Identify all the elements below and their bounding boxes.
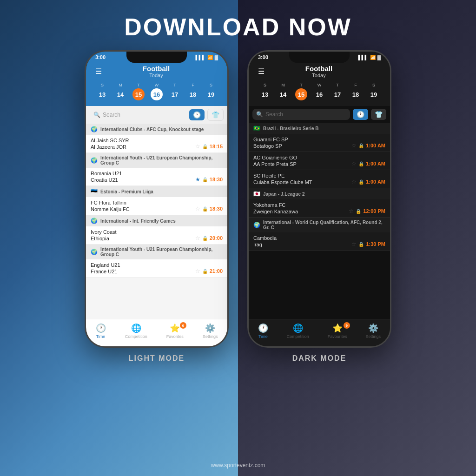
header-title-light: Football bbox=[104, 65, 209, 73]
search-placeholder-light: Search bbox=[103, 112, 183, 118]
league-flag-2-light: 🌍 bbox=[91, 157, 98, 164]
cal-selected-light[interactable]: W16 bbox=[150, 83, 164, 100]
calendar-dark: S13 M14 T15 W16 T17 F18 S19 bbox=[256, 80, 383, 102]
signal-light: ▌▌▌ bbox=[195, 55, 205, 60]
status-icons-light: ▌▌▌ 📶 ▓ bbox=[195, 55, 218, 60]
search-area-dark: 🔍 Search 🕐 👕 bbox=[249, 106, 390, 123]
website-footer: www.sporteventz.com bbox=[0, 458, 476, 472]
light-mode-phone: 3:00 ▌▌▌ 📶 ▓ ☰ Football bbox=[85, 50, 229, 348]
header-subtitle-dark: Today bbox=[266, 73, 371, 78]
search-icon-light: 🔍 bbox=[93, 112, 100, 118]
lock-icon-2-light: 🔒 bbox=[202, 177, 208, 182]
clock-btn-dark[interactable]: 🕐 bbox=[353, 109, 368, 120]
match-item-3-dark: SC Recife PE Cuiaba Esporte Clube MT ☆ 🔒… bbox=[249, 170, 390, 188]
phones-container: 3:00 ▌▌▌ 📶 ▓ ☰ Football bbox=[85, 50, 391, 476]
search-bar-dark[interactable]: 🔍 Search bbox=[252, 109, 350, 120]
league-header-4-light: 🌍 International - Int. Friendly Games bbox=[86, 215, 227, 226]
nav-competition-light[interactable]: 🌐 Competition bbox=[125, 323, 147, 339]
search-area-light: 🔍 Search 🕐 👕 bbox=[86, 106, 227, 124]
light-mode-label: LIGHT MODE bbox=[129, 354, 185, 363]
nav-time-light[interactable]: 🕐 Time bbox=[96, 323, 106, 339]
cal-today-dark[interactable]: T15 bbox=[294, 83, 308, 100]
league-name-1-light: International Clubs - AFC Cup, Knockout … bbox=[100, 127, 204, 132]
signal-dark: ▌▌▌ bbox=[358, 55, 368, 60]
cal-today-light[interactable]: T15 bbox=[132, 83, 145, 100]
league-flag-1-light: 🌍 bbox=[91, 126, 98, 132]
clock-btn-light[interactable]: 🕐 bbox=[189, 109, 205, 120]
dark-mode-wrapper: 3:00 ▌▌▌ 📶 ▓ ☰ Football bbox=[247, 50, 391, 363]
nav-settings-dark[interactable]: ⚙️ Settings bbox=[366, 323, 381, 339]
nav-favorites-light[interactable]: ⭐ 6 Favorites bbox=[166, 323, 184, 339]
notch-dark bbox=[289, 52, 350, 63]
menu-icon-light[interactable]: ☰ bbox=[93, 65, 104, 78]
star-icon-filled-light[interactable]: ★ bbox=[195, 176, 200, 183]
match-item-2-dark: AC Goianiense GO AA Ponte Preta SP ☆ 🔒 1… bbox=[249, 152, 390, 170]
calendar-light: S13 M14 T15 W16 T17 F18 S19 bbox=[93, 80, 220, 102]
battery-light: ▓ bbox=[215, 55, 218, 60]
nav-favourites-dark[interactable]: ⭐ 9 Favourites bbox=[328, 323, 347, 339]
match-list-dark: 🇧🇷 Brazil - Brasileiro Serie B Guarani F… bbox=[249, 123, 390, 319]
status-icons-dark: ▌▌▌ 📶 ▓ bbox=[358, 55, 381, 60]
match-item-2-light: Romania U21 Croatia U21 ★ 🔒 18:30 bbox=[86, 168, 227, 186]
shirt-btn-dark[interactable]: 👕 bbox=[371, 109, 386, 120]
match-time-2-light: 18:30 bbox=[210, 177, 223, 182]
league-name-2-light: International Youth - U21 European Champ… bbox=[100, 155, 223, 165]
dark-screen: 3:00 ▌▌▌ 📶 ▓ ☰ Football bbox=[249, 52, 390, 346]
search-icon-dark: 🔍 bbox=[256, 111, 263, 118]
wifi-light: 📶 bbox=[207, 55, 213, 60]
match-item-light: Al Jaish SC SYR Al Jazeera JOR ☆ 🔒 18:15 bbox=[86, 135, 227, 153]
search-placeholder-dark: Search bbox=[265, 111, 346, 118]
shirt-btn-light[interactable]: 👕 bbox=[207, 109, 224, 121]
menu-icon-dark[interactable]: ☰ bbox=[256, 65, 266, 78]
dark-mode-phone: 3:00 ▌▌▌ 📶 ▓ ☰ Football bbox=[247, 50, 391, 348]
league-header-wcq: 🌍 International - World Cup Qualificatio… bbox=[249, 218, 390, 232]
light-mode-wrapper: 3:00 ▌▌▌ 📶 ▓ ☰ Football bbox=[85, 50, 229, 363]
match-list-light: 🌍 International Clubs - AFC Cup, Knockou… bbox=[86, 124, 227, 319]
match-time-light: 18:15 bbox=[210, 144, 223, 149]
nav-competition-dark[interactable]: 🌐 Competition bbox=[287, 323, 309, 339]
match-item-4-light: Ivory Coast Ethiopia ☆ 🔒 20:00 bbox=[86, 226, 227, 245]
league-header-2-light: 🌍 International Youth - U21 European Cha… bbox=[86, 153, 227, 168]
battery-dark: ▓ bbox=[377, 55, 381, 60]
time-light: 3:00 bbox=[95, 54, 106, 60]
match-item-1-dark: Guarani FC SP Botafogo SP ☆ 🔒 1:00 AM bbox=[249, 134, 390, 152]
time-dark: 3:00 bbox=[258, 54, 268, 60]
lock-icon-light: 🔒 bbox=[202, 144, 208, 149]
page-title: DOWNLOAD NOW bbox=[124, 13, 351, 41]
nav-time-dark[interactable]: 🕐 Time bbox=[258, 323, 268, 339]
light-screen: 3:00 ▌▌▌ 📶 ▓ ☰ Football bbox=[86, 52, 227, 346]
wifi-dark: 📶 bbox=[370, 55, 376, 60]
nav-settings-light[interactable]: ⚙️ Settings bbox=[203, 323, 218, 339]
match-item-4-dark: Yokohama FC Zweigen Kanazawa ☆ 🔒 12:00 P… bbox=[249, 199, 390, 218]
match-item-5-light: England U21 France U21 ☆ 🔒 21:00 bbox=[86, 259, 227, 278]
header-title-dark: Football bbox=[266, 65, 371, 73]
star-icon-light[interactable]: ☆ bbox=[195, 143, 200, 150]
league-header-japan: 🇯🇵 Japan - J.League 2 bbox=[249, 188, 390, 199]
header-subtitle-light: Today bbox=[104, 73, 209, 78]
bottom-nav-dark: 🕐 Time 🌐 Competition ⭐ 9 Favourites bbox=[249, 319, 390, 346]
match-item-5-dark: Cambodia Iraq ☆ 🔒 1:30 PM bbox=[249, 232, 390, 251]
dark-mode-label: DARK MODE bbox=[292, 354, 347, 363]
league-header-1-light: 🌍 International Clubs - AFC Cup, Knockou… bbox=[86, 124, 227, 135]
search-bar-light[interactable]: 🔍 Search bbox=[90, 109, 186, 120]
notch-light bbox=[126, 52, 187, 63]
match-item-3-light: FC Flora Tallinn Nomme Kalju FC ☆ 🔒 18:3… bbox=[86, 197, 227, 215]
league-header-brazil: 🇧🇷 Brazil - Brasileiro Serie B bbox=[249, 123, 390, 134]
bottom-nav-light: 🕐 Time 🌐 Competition ⭐ 6 Favorites bbox=[86, 319, 227, 346]
league-header-5-light: 🌍 International Youth - U21 European Cha… bbox=[86, 245, 227, 259]
league-header-3-light: 🇪🇪 Estonia - Premium Liiga bbox=[86, 186, 227, 197]
